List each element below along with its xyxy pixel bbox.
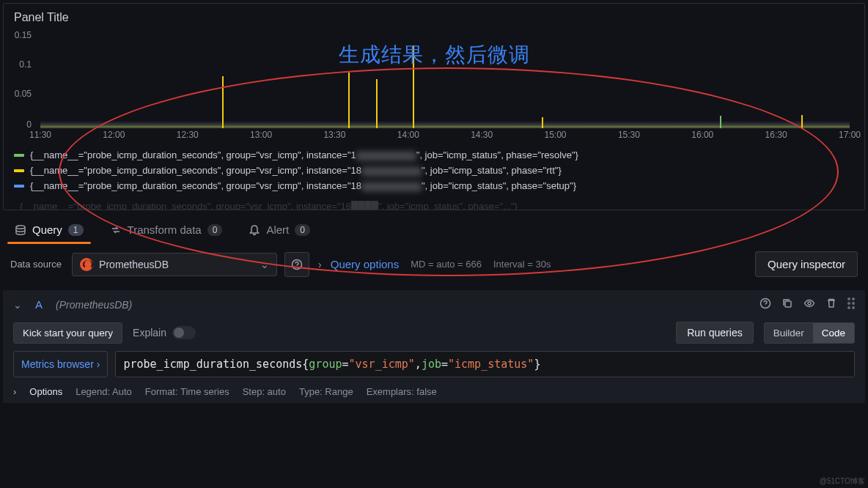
- bell-icon: [249, 224, 260, 236]
- eye-icon: [803, 297, 815, 309]
- svg-point-4: [808, 302, 811, 305]
- y-axis: 0.15 0.1 0.05 0: [4, 33, 36, 128]
- chevron-right-icon: ›: [97, 358, 100, 370]
- options-expand-chevron[interactable]: ›: [13, 386, 16, 397]
- query-toggle-visibility-button[interactable]: [803, 297, 815, 311]
- editor-mode-toggle: Builder Code: [764, 322, 855, 344]
- legend-label: {__name__="probe_icmp_duration_seconds",…: [30, 180, 576, 191]
- redacted-instance: [361, 167, 422, 176]
- tab-transform-badge: 0: [207, 224, 223, 236]
- svg-point-0: [16, 225, 25, 228]
- drag-handle-icon[interactable]: [847, 297, 855, 311]
- query-input[interactable]: probe_icmp_duration_seconds{group="vsr_i…: [115, 351, 855, 377]
- datasource-row: Data source PrometheusDB ⌄ › Query optio…: [3, 244, 865, 284]
- chevron-right-icon: ›: [317, 259, 323, 270]
- chevron-down-icon: ⌄: [260, 259, 269, 270]
- query-datasource-hint: (PrometheusDB): [56, 299, 132, 311]
- run-queries-button[interactable]: Run queries: [676, 322, 754, 344]
- x-axis: 11:3012:0012:3013:0013:3014:0014:3015:00…: [40, 128, 850, 147]
- options-exemplars: Exemplars: false: [367, 386, 437, 397]
- database-icon: [15, 224, 26, 236]
- builder-mode-button[interactable]: Builder: [765, 323, 813, 343]
- query-controls: Kick start your query Explain Run querie…: [3, 319, 865, 351]
- legend-overflow-row: {__name__="probe_icmp_duration_seconds",…: [4, 201, 864, 210]
- prometheus-icon: [80, 258, 93, 271]
- metrics-browser-label: Metrics browser: [21, 358, 94, 370]
- legend-swatch: [14, 185, 24, 188]
- redacted-instance: [356, 152, 416, 160]
- watermark: @51CTO博客: [820, 476, 865, 487]
- code-mode-button[interactable]: Code: [813, 323, 854, 343]
- panel-container: Panel Title 0.15 0.1 0.05 0 11:3012:0012…: [3, 3, 865, 210]
- datasource-settings-button[interactable]: [284, 252, 309, 277]
- legend-swatch: [14, 169, 24, 172]
- svg-rect-3: [785, 301, 791, 307]
- chart-legend: {__name__="probe_icmp_duration_seconds",…: [4, 144, 864, 201]
- options-step: Step: auto: [243, 386, 286, 397]
- query-duplicate-button[interactable]: [781, 297, 793, 311]
- tabs-container: Query 1 Transform data 0 Alert 0 Data so…: [3, 218, 865, 284]
- explain-label: Explain: [133, 327, 166, 339]
- datasource-label: Data source: [10, 259, 62, 270]
- datasource-picker[interactable]: PrometheusDB ⌄: [72, 253, 277, 276]
- query-letter[interactable]: A: [35, 298, 43, 311]
- tab-query[interactable]: Query 1: [10, 218, 88, 243]
- trash-icon: [825, 297, 837, 309]
- query-options-link[interactable]: Query options: [331, 258, 399, 270]
- datasource-name: PrometheusDB: [99, 259, 169, 270]
- query-options-md: MD = auto = 666: [411, 259, 482, 270]
- tab-alert-badge: 0: [295, 224, 310, 236]
- explain-toggle[interactable]: [172, 326, 196, 339]
- query-input-row: Metrics browser › probe_icmp_duration_se…: [3, 351, 865, 377]
- options-type: Type: Range: [299, 386, 353, 397]
- query-block: ⌄ A (PrometheusDB) Kick start your query…: [3, 290, 865, 403]
- tab-query-label: Query: [32, 223, 62, 236]
- options-legend: Legend: Auto: [76, 386, 132, 397]
- help-circle-icon: [760, 297, 771, 309]
- query-header: ⌄ A (PrometheusDB): [3, 290, 865, 319]
- metrics-browser-button[interactable]: Metrics browser ›: [13, 351, 108, 377]
- panel-title: Panel Title: [4, 4, 864, 27]
- help-icon: [291, 259, 303, 270]
- transform-icon: [110, 224, 122, 236]
- query-options-interval: Interval = 30s: [493, 259, 551, 270]
- tabs-row: Query 1 Transform data 0 Alert 0: [3, 218, 865, 244]
- tab-alert-label: Alert: [266, 223, 289, 236]
- query-expand-chevron[interactable]: ⌄: [13, 299, 22, 311]
- query-help-button[interactable]: [760, 297, 771, 311]
- legend-item[interactable]: {__name__="probe_icmp_duration_seconds",…: [14, 147, 854, 163]
- options-title: Options: [29, 386, 62, 397]
- legend-swatch: [14, 154, 24, 157]
- query-actions: [760, 297, 855, 311]
- options-format: Format: Time series: [145, 386, 229, 397]
- explain-toggle-group: Explain: [133, 326, 196, 339]
- series-baseline: [40, 121, 850, 128]
- tab-transform-label: Transform data: [128, 223, 202, 236]
- tab-query-badge: 1: [68, 224, 84, 236]
- copy-icon: [781, 297, 793, 309]
- redacted-instance: [361, 182, 422, 191]
- annotation-text: 生成结果，然后微调: [339, 41, 530, 69]
- legend-item[interactable]: {__name__="probe_icmp_duration_seconds",…: [14, 178, 854, 193]
- legend-label: {__name__="probe_icmp_duration_seconds",…: [30, 149, 578, 160]
- legend-label: {__name__="probe_icmp_duration_seconds",…: [30, 165, 562, 176]
- tab-transform[interactable]: Transform data 0: [106, 218, 227, 243]
- kick-start-button[interactable]: Kick start your query: [13, 322, 122, 344]
- query-inspector-button[interactable]: Query inspector: [755, 251, 858, 277]
- query-delete-button[interactable]: [825, 297, 837, 311]
- legend-item[interactable]: {__name__="probe_icmp_duration_seconds",…: [14, 163, 854, 178]
- tab-alert[interactable]: Alert 0: [244, 218, 315, 243]
- query-options-row[interactable]: › Options Legend: Auto Format: Time seri…: [3, 377, 865, 397]
